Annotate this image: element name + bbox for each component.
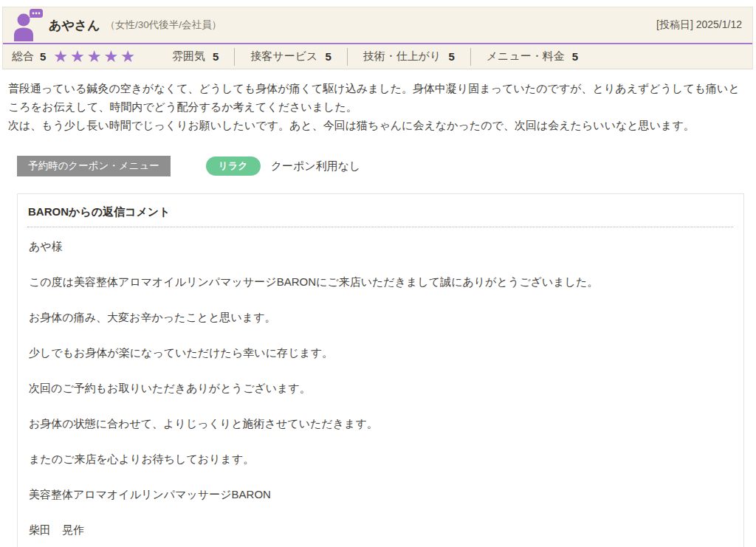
coupon-usage-text: クーポン利用なし bbox=[271, 159, 361, 173]
review-text: 普段通っている鍼灸の空きがなくて、どうしても身体が痛くて駆け込みました。身体中凝… bbox=[2, 69, 753, 134]
overall-rating: 総合 5 ★★★★★ bbox=[12, 49, 157, 65]
shop-reply-paragraph: お身体の状態に合わせて、よりじっくりと施術させていただきます。 bbox=[29, 416, 733, 431]
shop-reply-paragraph: 柴田 晃作 bbox=[29, 523, 733, 537]
rating-item-score: 5 bbox=[448, 50, 454, 63]
rating-items: 雰囲気 5 接客サービス 5 技術・仕上がり 5 メニュー・料金 bbox=[157, 48, 594, 66]
overall-rating-score: 5 bbox=[40, 50, 46, 63]
rating-item-label: 雰囲気 bbox=[172, 49, 205, 63]
rating-item: メニュー・料金 5 bbox=[470, 48, 594, 66]
shop-reply-paragraph: 次回のご予約もお取りいただきありがとうございます。 bbox=[29, 381, 733, 396]
rating-item-score: 5 bbox=[572, 50, 578, 63]
rating-item: 雰囲気 5 bbox=[157, 48, 234, 66]
shop-reply-body: あや様 この度は美容整体アロマオイルリンパマッサージBARONにご来店いただきま… bbox=[27, 227, 733, 547]
reviewer-name: あやさん bbox=[49, 17, 100, 34]
review-text-line: 普段通っている鍼灸の空きがなくて、どうしても身体が痛くて駆け込みました。身体中凝… bbox=[8, 79, 744, 116]
genre-tag: リラク bbox=[206, 156, 261, 176]
review-header-block: あやさん （女性/30代後半/会社員） [投稿日] 2025/1/12 総合 5… bbox=[2, 7, 753, 69]
rating-item-label: 接客サービス bbox=[250, 49, 317, 63]
post-date: [投稿日] 2025/1/12 bbox=[656, 18, 742, 32]
shop-reply-paragraph: あや様 bbox=[29, 239, 733, 254]
rating-item: 技術・仕上がり 5 bbox=[347, 48, 470, 66]
rating-item: 接客サービス 5 bbox=[234, 48, 346, 66]
reviewer-profile: （女性/30代後半/会社員） bbox=[106, 18, 222, 32]
rating-item-score: 5 bbox=[325, 50, 331, 63]
rating-item-score: 5 bbox=[213, 50, 219, 63]
shop-reply-paragraph: この度は美容整体アロマオイルリンパマッサージBARONにご来店いただきまして誠に… bbox=[29, 275, 733, 289]
review-text-line: 次は、もう少し長い時間でじっくりお願いしたいです。あと、今回は猫ちゃんに会えなか… bbox=[8, 116, 744, 134]
shop-reply-paragraph: 少しでもお身体が楽になっていただけたら幸いに存じます。 bbox=[29, 345, 733, 360]
shop-reply-box: BARONからの返信コメント あや様 この度は美容整体アロマオイルリンパマッサー… bbox=[17, 193, 744, 547]
reviewer-avatar-icon bbox=[12, 9, 43, 41]
shop-reply-paragraph: またのご来店を心よりお待ちしております。 bbox=[29, 452, 733, 467]
shop-reply-paragraph: お身体の痛み、大変お辛かったことと思います。 bbox=[29, 310, 733, 325]
coupon-menu-label: 予約時のクーポン・メニュー bbox=[17, 156, 171, 176]
coupon-row: 予約時のクーポン・メニュー リラク クーポン利用なし bbox=[17, 156, 753, 176]
overall-rating-label: 総合 bbox=[12, 49, 34, 63]
star-rating-icons: ★★★★★ bbox=[53, 49, 137, 65]
shop-reply-paragraph: 美容整体アロマオイルリンパマッサージBARON bbox=[29, 487, 733, 502]
rating-item-label: メニュー・料金 bbox=[487, 49, 565, 63]
ratings-bar: 総合 5 ★★★★★ 雰囲気 5 接客サービス 5 bbox=[3, 44, 752, 69]
rating-item-label: 技術・仕上がり bbox=[363, 49, 441, 63]
shop-reply-title: BARONからの返信コメント bbox=[27, 204, 733, 227]
reviewer-header: あやさん （女性/30代後半/会社員） [投稿日] 2025/1/12 bbox=[3, 7, 752, 44]
review-card: あやさん （女性/30代後半/会社員） [投稿日] 2025/1/12 総合 5… bbox=[0, 0, 756, 547]
